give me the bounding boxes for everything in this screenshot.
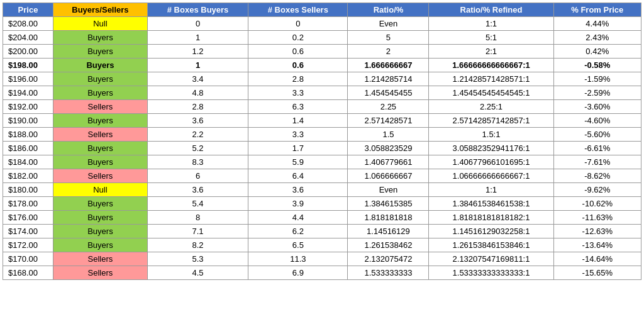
ratio-refined-cell: 3.05882352941176:1 bbox=[429, 142, 553, 155]
buyers-sellers-cell: Sellers bbox=[53, 252, 148, 266]
col-header-2: # Boxes Buyers bbox=[147, 3, 248, 17]
boxes-sellers-cell: 0 bbox=[248, 17, 348, 31]
boxes-buyers-cell: 3.6 bbox=[147, 183, 248, 197]
buyers-sellers-cell: Buyers bbox=[53, 114, 148, 128]
buyers-sellers-cell: Sellers bbox=[53, 169, 148, 183]
boxes-buyers-cell: 2.2 bbox=[147, 128, 248, 142]
pct-from-price-cell: -12.63% bbox=[553, 225, 641, 238]
boxes-sellers-cell: 4.4 bbox=[248, 211, 348, 225]
ratio-refined-cell: 1.40677966101695:1 bbox=[429, 155, 553, 169]
boxes-sellers-cell: 6.5 bbox=[248, 238, 348, 252]
pct-from-price-cell: -1.59% bbox=[553, 72, 641, 86]
table-row: $176.00Buyers84.41.8181818181.8181818181… bbox=[3, 211, 641, 225]
table-row: $178.00Buyers5.43.91.3846153851.38461538… bbox=[3, 197, 641, 211]
boxes-sellers-cell: 6.3 bbox=[248, 100, 348, 114]
boxes-sellers-cell: 0.6 bbox=[248, 59, 348, 72]
ratio-cell: 2.25 bbox=[348, 100, 429, 114]
price-cell: $174.00 bbox=[3, 225, 53, 238]
ratio-refined-cell: 1.38461538461538:1 bbox=[429, 197, 553, 211]
price-cell: $208.00 bbox=[3, 17, 53, 31]
ratio-cell: 1.818181818 bbox=[348, 211, 429, 225]
pct-from-price-cell: -15.65% bbox=[553, 266, 641, 280]
ratio-refined-cell: 1.45454545454545:1 bbox=[429, 86, 553, 100]
ratio-refined-cell: 1:1 bbox=[429, 183, 553, 197]
boxes-sellers-cell: 1.7 bbox=[248, 142, 348, 155]
ratio-refined-cell: 2:1 bbox=[429, 45, 553, 59]
boxes-buyers-cell: 1.2 bbox=[147, 45, 248, 59]
table-row: $172.00Buyers8.26.51.2615384621.26153846… bbox=[3, 238, 641, 252]
table-row: $180.00Null3.63.6Even1:1-9.62% bbox=[3, 183, 641, 197]
boxes-sellers-cell: 2.8 bbox=[248, 72, 348, 86]
ratio-cell: 1.14516129 bbox=[348, 225, 429, 238]
ratio-cell: 1.454545455 bbox=[348, 86, 429, 100]
price-cell: $178.00 bbox=[3, 197, 53, 211]
ratio-refined-cell: 1.66666666666667:1 bbox=[429, 59, 553, 72]
buyers-sellers-cell: Null bbox=[53, 183, 148, 197]
boxes-buyers-cell: 8 bbox=[147, 211, 248, 225]
price-cell: $194.00 bbox=[3, 86, 53, 100]
ratio-cell: 1.5 bbox=[348, 128, 429, 142]
pct-from-price-cell: -4.60% bbox=[553, 114, 641, 128]
boxes-buyers-cell: 0 bbox=[147, 17, 248, 31]
buyers-sellers-cell: Buyers bbox=[53, 225, 148, 238]
boxes-buyers-cell: 4.5 bbox=[147, 266, 248, 280]
ratio-cell: 1.066666667 bbox=[348, 169, 429, 183]
boxes-buyers-cell: 5.4 bbox=[147, 197, 248, 211]
price-cell: $198.00 bbox=[3, 59, 53, 72]
ratio-refined-cell: 2.57142857142857:1 bbox=[429, 114, 553, 128]
pct-from-price-cell: -7.61% bbox=[553, 155, 641, 169]
buyers-sellers-cell: Buyers bbox=[53, 238, 148, 252]
price-cell: $170.00 bbox=[3, 252, 53, 266]
boxes-sellers-cell: 0.2 bbox=[248, 31, 348, 45]
price-cell: $176.00 bbox=[3, 211, 53, 225]
boxes-sellers-cell: 11.3 bbox=[248, 252, 348, 266]
boxes-buyers-cell: 5.3 bbox=[147, 252, 248, 266]
price-cell: $168.00 bbox=[3, 266, 53, 280]
pct-from-price-cell: -0.58% bbox=[553, 59, 641, 72]
boxes-sellers-cell: 1.4 bbox=[248, 114, 348, 128]
pct-from-price-cell: -11.63% bbox=[553, 211, 641, 225]
boxes-buyers-cell: 4.8 bbox=[147, 86, 248, 100]
boxes-sellers-cell: 3.6 bbox=[248, 183, 348, 197]
table-row: $186.00Buyers5.21.73.0588235293.05882352… bbox=[3, 142, 641, 155]
ratio-refined-cell: 1.06666666666667:1 bbox=[429, 169, 553, 183]
pct-from-price-cell: 2.43% bbox=[553, 31, 641, 45]
boxes-sellers-cell: 6.2 bbox=[248, 225, 348, 238]
table-row: $200.00Buyers1.20.622:10.42% bbox=[3, 45, 641, 59]
boxes-buyers-cell: 6 bbox=[147, 169, 248, 183]
price-cell: $200.00 bbox=[3, 45, 53, 59]
boxes-sellers-cell: 3.9 bbox=[248, 197, 348, 211]
table-row: $192.00Sellers2.86.32.252.25:1-3.60% bbox=[3, 100, 641, 114]
ratio-cell: 2.571428571 bbox=[348, 114, 429, 128]
ratio-refined-cell: 2.25:1 bbox=[429, 100, 553, 114]
boxes-buyers-cell: 3.6 bbox=[147, 114, 248, 128]
ratio-refined-cell: 1:1 bbox=[429, 17, 553, 31]
boxes-sellers-cell: 3.3 bbox=[248, 128, 348, 142]
ratio-refined-cell: 1.5:1 bbox=[429, 128, 553, 142]
ratio-refined-cell: 1.26153846153846:1 bbox=[429, 238, 553, 252]
pct-from-price-cell: -9.62% bbox=[553, 183, 641, 197]
boxes-buyers-cell: 3.4 bbox=[147, 72, 248, 86]
ratio-cell: 1.384615385 bbox=[348, 197, 429, 211]
buyers-sellers-cell: Buyers bbox=[53, 31, 148, 45]
pct-from-price-cell: -3.60% bbox=[553, 100, 641, 114]
ratio-cell: 3.058823529 bbox=[348, 142, 429, 155]
ratio-refined-cell: 1.53333333333333:1 bbox=[429, 266, 553, 280]
col-header-5: Ratio/% Refined bbox=[429, 3, 553, 17]
buyers-sellers-cell: Buyers bbox=[53, 197, 148, 211]
price-cell: $182.00 bbox=[3, 169, 53, 183]
table-row: $184.00Buyers8.35.91.4067796611.40677966… bbox=[3, 155, 641, 169]
table-row: $204.00Buyers10.255:12.43% bbox=[3, 31, 641, 45]
col-header-0: Price bbox=[3, 3, 53, 17]
col-header-4: Ratio/% bbox=[348, 3, 429, 17]
table-row: $170.00Sellers5.311.32.1320754722.132075… bbox=[3, 252, 641, 266]
table-row: $198.00Buyers10.61.6666666671.6666666666… bbox=[3, 59, 641, 72]
table-row: $196.00Buyers3.42.81.2142857141.21428571… bbox=[3, 72, 641, 86]
boxes-sellers-cell: 6.9 bbox=[248, 266, 348, 280]
col-header-1: Buyers/Sellers bbox=[53, 3, 148, 17]
price-cell: $204.00 bbox=[3, 31, 53, 45]
pct-from-price-cell: -10.62% bbox=[553, 197, 641, 211]
ratio-cell: 1.406779661 bbox=[348, 155, 429, 169]
table-row: $174.00Buyers7.16.21.145161291.145161290… bbox=[3, 225, 641, 238]
pct-from-price-cell: -2.59% bbox=[553, 86, 641, 100]
